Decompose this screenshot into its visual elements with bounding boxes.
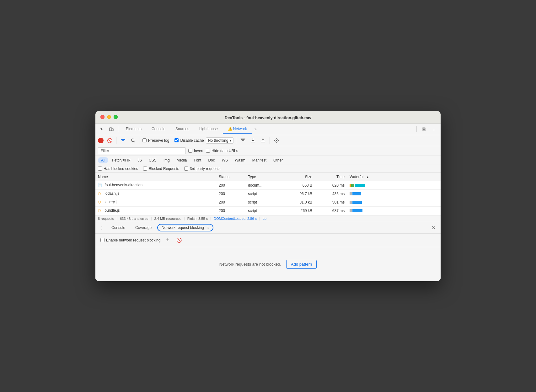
cell-status: 200 <box>216 181 245 189</box>
svg-point-3 <box>276 140 277 141</box>
third-party-label[interactable]: 3rd-party requests <box>184 167 220 171</box>
col-waterfall[interactable]: Waterfall ▲ <box>347 173 441 181</box>
blocked-requests-label[interactable]: Blocked Requests <box>143 167 179 171</box>
filter-font[interactable]: Font <box>190 157 204 163</box>
cell-status: 200 <box>216 198 245 206</box>
filter-img[interactable]: Img <box>160 157 173 163</box>
search-icon[interactable] <box>129 136 137 145</box>
filter-manifest[interactable]: Manifest <box>249 157 270 163</box>
col-type[interactable]: Type <box>245 173 281 181</box>
blocked-requests-checkbox[interactable] <box>143 167 147 171</box>
settings-icon[interactable] <box>420 125 428 133</box>
network-warning-icon: ⚠️ <box>228 127 233 131</box>
filter-other[interactable]: Other <box>270 157 286 163</box>
drawer-close-button[interactable]: ✕ <box>429 224 438 232</box>
table-row[interactable]: ⬡ bundle.js 200 script 269 kB 687 ms <box>95 206 441 215</box>
third-party-checkbox[interactable] <box>184 167 188 171</box>
filter-wasm[interactable]: Wasm <box>232 157 249 163</box>
add-pattern-button[interactable]: Add pattern <box>286 260 317 269</box>
cell-time: 501 ms <box>315 198 347 206</box>
record-button[interactable] <box>98 138 104 143</box>
device-toggle-icon[interactable] <box>107 125 115 133</box>
dom-content-loaded: DOMContentLoaded: 2.86 s <box>214 217 257 220</box>
transferred-size: 633 kB transferred <box>120 217 148 220</box>
preserve-log-checkbox[interactable] <box>142 138 147 142</box>
kebab-menu-icon[interactable]: ⋮ <box>430 125 438 133</box>
devtools-window: DevTools - foul-heavenly-direction.glitc… <box>95 111 441 281</box>
disable-cache-label[interactable]: Disable cache <box>174 138 204 143</box>
svg-rect-1 <box>112 129 113 131</box>
col-time[interactable]: Time <box>315 173 347 181</box>
enable-blocking-label[interactable]: Enable network request blocking <box>100 238 160 242</box>
drawer-tab-console[interactable]: Console <box>107 224 130 231</box>
requests-count: 8 requests <box>98 217 114 220</box>
throttle-select[interactable]: No throttling ▾ <box>206 137 234 144</box>
tab-network[interactable]: ⚠️Network <box>223 125 252 134</box>
invert-checkbox[interactable] <box>188 149 192 153</box>
status-bar: 8 requests | 633 kB transferred | 2.4 MB… <box>95 215 441 222</box>
tab-lighthouse[interactable]: Lighthouse <box>194 125 223 134</box>
toolbar-divider-1 <box>118 126 118 132</box>
table-row[interactable]: ⬡ jquery.js 200 script 81.0 kB 501 ms <box>95 198 441 206</box>
doc-icon: 📄 <box>98 183 102 188</box>
add-pattern-icon[interactable]: + <box>163 236 172 244</box>
preserve-log-label[interactable]: Preserve log <box>142 138 169 143</box>
toolbar-divider-2 <box>416 126 417 132</box>
cell-status: 200 <box>216 189 245 198</box>
disable-cache-checkbox[interactable] <box>174 138 179 142</box>
settings-network-icon[interactable] <box>272 136 281 145</box>
filter-doc[interactable]: Doc <box>205 157 218 163</box>
enable-blocking-checkbox[interactable] <box>100 238 105 242</box>
filter-media[interactable]: Media <box>174 157 190 163</box>
import-har-icon[interactable] <box>249 136 257 145</box>
filter-css[interactable]: CSS <box>146 157 160 163</box>
filter-input[interactable] <box>98 147 186 154</box>
network-conditions-icon[interactable] <box>239 136 247 145</box>
drawer-tab-coverage[interactable]: Coverage <box>131 224 156 231</box>
titlebar: DevTools - foul-heavenly-direction.glitc… <box>95 111 441 124</box>
filter-icon[interactable] <box>119 136 127 145</box>
cell-name: ⬡ bundle.js <box>95 206 216 215</box>
close-button[interactable] <box>100 115 105 119</box>
empty-message: Network requests are not blocked. <box>219 262 281 267</box>
filter-fetch-xhr[interactable]: Fetch/XHR <box>109 157 134 163</box>
tab-console[interactable]: Console <box>147 125 170 134</box>
invert-label[interactable]: Invert <box>188 149 203 153</box>
cell-type: script <box>245 189 281 198</box>
maximize-button[interactable] <box>114 115 118 119</box>
js-icon: ⬡ <box>98 192 102 196</box>
blocked-cookies-checkbox[interactable] <box>98 167 102 171</box>
col-status[interactable]: Status <box>216 173 245 181</box>
svg-rect-0 <box>110 128 112 131</box>
minimize-button[interactable] <box>107 115 111 119</box>
table-row[interactable]: ⬡ lodash.js 200 script 96.7 kB 436 ms <box>95 189 441 198</box>
load-time: Lo <box>263 217 266 220</box>
filter-all[interactable]: All <box>98 157 108 163</box>
filter-js[interactable]: JS <box>134 157 145 163</box>
network-toolbar: 🚫 Preserve log Disable cac <box>95 135 441 146</box>
tab-sources[interactable]: Sources <box>170 125 194 134</box>
col-size[interactable]: Size <box>282 173 315 181</box>
cell-size: 81.0 kB <box>282 198 315 206</box>
remove-all-patterns-icon[interactable]: 🚫 <box>175 236 183 244</box>
hide-data-urls-checkbox[interactable] <box>206 149 210 153</box>
cell-name: ⬡ jquery.js <box>95 198 216 206</box>
tab-elements[interactable]: Elements <box>121 125 147 134</box>
drawer-more-icon[interactable]: ⋮ <box>98 224 106 232</box>
drawer-tab-network-request-blocking[interactable]: Network request blocking × <box>157 224 213 231</box>
drawer-tab-close-icon[interactable]: × <box>207 225 209 230</box>
table-row[interactable]: 📄 foul-heavenly-direction.... 200 docum.… <box>95 181 441 189</box>
hide-data-urls-label[interactable]: Hide data URLs <box>206 149 238 153</box>
blocked-cookies-label[interactable]: Has blocked cookies <box>98 167 138 171</box>
clear-icon[interactable]: 🚫 <box>105 136 114 145</box>
cell-waterfall <box>347 189 441 198</box>
toolbar-right: ⋮ <box>415 125 438 133</box>
export-har-icon[interactable] <box>259 136 267 145</box>
cell-type: docum... <box>245 181 281 189</box>
nt-divider-2 <box>140 137 140 144</box>
cursor-icon[interactable] <box>98 125 106 133</box>
finish-time: Finish: 3.55 s <box>187 217 208 220</box>
more-tabs-icon[interactable]: » <box>252 125 259 133</box>
col-name[interactable]: Name <box>95 173 216 181</box>
filter-ws[interactable]: WS <box>219 157 231 163</box>
